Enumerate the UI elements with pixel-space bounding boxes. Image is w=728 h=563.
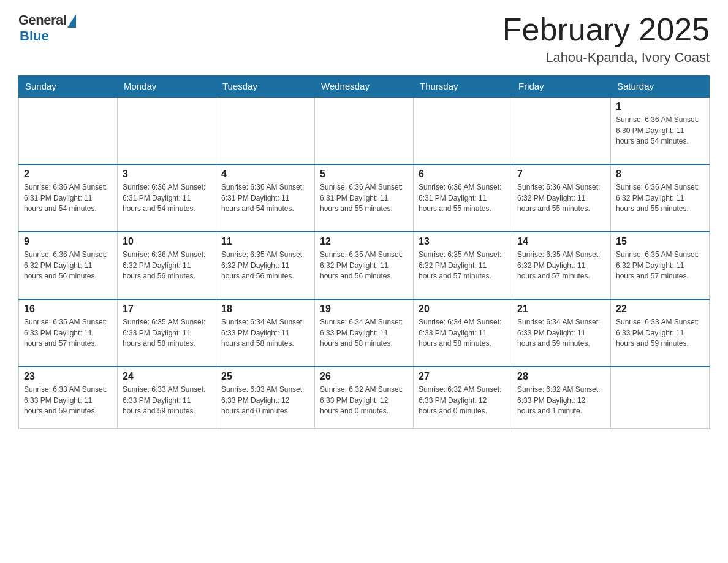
day-number: 19	[320, 304, 408, 315]
day-info: Sunrise: 6:33 AM Sunset: 6:33 PM Dayligh…	[123, 385, 211, 416]
day-info: Sunrise: 6:35 AM Sunset: 6:32 PM Dayligh…	[517, 250, 605, 282]
day-number: 5	[320, 169, 408, 180]
day-number: 7	[517, 169, 605, 180]
day-number: 2	[24, 169, 112, 180]
day-number: 14	[517, 236, 605, 247]
day-info: Sunrise: 6:33 AM Sunset: 6:33 PM Dayligh…	[24, 385, 112, 416]
title-block: February 2025 Lahou-Kpanda, Ivory Coast	[502, 12, 710, 66]
day-number: 15	[616, 236, 704, 247]
day-cell: 25Sunrise: 6:33 AM Sunset: 6:33 PM Dayli…	[216, 367, 315, 428]
day-number: 25	[221, 371, 309, 382]
day-info: Sunrise: 6:34 AM Sunset: 6:33 PM Dayligh…	[419, 317, 507, 349]
day-number: 12	[320, 236, 408, 247]
day-info: Sunrise: 6:35 AM Sunset: 6:33 PM Dayligh…	[24, 317, 112, 349]
day-info: Sunrise: 6:34 AM Sunset: 6:33 PM Dayligh…	[517, 317, 605, 349]
day-number: 16	[24, 304, 112, 315]
day-number: 6	[419, 169, 507, 180]
day-number: 10	[123, 236, 211, 247]
day-cell: 8Sunrise: 6:36 AM Sunset: 6:32 PM Daylig…	[611, 164, 710, 232]
day-number: 13	[419, 236, 507, 247]
day-cell: 5Sunrise: 6:36 AM Sunset: 6:31 PM Daylig…	[315, 164, 414, 232]
day-number: 1	[616, 101, 704, 112]
day-number: 28	[517, 371, 605, 382]
week-row-1: 1Sunrise: 6:36 AM Sunset: 6:30 PM Daylig…	[19, 97, 710, 164]
day-cell: 15Sunrise: 6:35 AM Sunset: 6:32 PM Dayli…	[611, 232, 710, 299]
day-info: Sunrise: 6:34 AM Sunset: 6:33 PM Dayligh…	[221, 317, 309, 349]
day-number: 21	[517, 304, 605, 315]
day-cell: 6Sunrise: 6:36 AM Sunset: 6:31 PM Daylig…	[414, 164, 512, 232]
col-header-wednesday: Wednesday	[315, 76, 414, 98]
day-cell: 26Sunrise: 6:32 AM Sunset: 6:33 PM Dayli…	[315, 367, 414, 428]
day-info: Sunrise: 6:32 AM Sunset: 6:33 PM Dayligh…	[320, 385, 408, 416]
day-number: 22	[616, 304, 704, 315]
day-cell: 13Sunrise: 6:35 AM Sunset: 6:32 PM Dayli…	[414, 232, 512, 299]
day-info: Sunrise: 6:36 AM Sunset: 6:31 PM Dayligh…	[419, 182, 507, 214]
col-header-friday: Friday	[512, 76, 611, 98]
day-cell	[19, 97, 118, 164]
day-info: Sunrise: 6:35 AM Sunset: 6:32 PM Dayligh…	[320, 250, 408, 282]
day-cell: 12Sunrise: 6:35 AM Sunset: 6:32 PM Dayli…	[315, 232, 414, 299]
week-row-2: 2Sunrise: 6:36 AM Sunset: 6:31 PM Daylig…	[19, 164, 710, 232]
week-row-4: 16Sunrise: 6:35 AM Sunset: 6:33 PM Dayli…	[19, 299, 710, 367]
day-cell: 2Sunrise: 6:36 AM Sunset: 6:31 PM Daylig…	[19, 164, 118, 232]
location-title: Lahou-Kpanda, Ivory Coast	[502, 50, 710, 66]
day-number: 4	[221, 169, 309, 180]
day-cell: 20Sunrise: 6:34 AM Sunset: 6:33 PM Dayli…	[414, 299, 512, 367]
month-title: February 2025	[502, 12, 710, 47]
day-cell	[611, 367, 710, 428]
day-cell: 1Sunrise: 6:36 AM Sunset: 6:30 PM Daylig…	[611, 97, 710, 164]
day-number: 27	[419, 371, 507, 382]
day-number: 23	[24, 371, 112, 382]
day-cell: 11Sunrise: 6:35 AM Sunset: 6:32 PM Dayli…	[216, 232, 315, 299]
day-info: Sunrise: 6:33 AM Sunset: 6:33 PM Dayligh…	[221, 385, 309, 416]
day-number: 11	[221, 236, 309, 247]
day-cell: 4Sunrise: 6:36 AM Sunset: 6:31 PM Daylig…	[216, 164, 315, 232]
day-info: Sunrise: 6:36 AM Sunset: 6:32 PM Dayligh…	[24, 250, 112, 282]
day-number: 26	[320, 371, 408, 382]
logo-triangle-icon	[67, 14, 76, 28]
day-info: Sunrise: 6:34 AM Sunset: 6:33 PM Dayligh…	[320, 317, 408, 349]
logo-blue-text: Blue	[20, 28, 49, 44]
week-row-3: 9Sunrise: 6:36 AM Sunset: 6:32 PM Daylig…	[19, 232, 710, 299]
day-number: 17	[123, 304, 211, 315]
day-info: Sunrise: 6:35 AM Sunset: 6:32 PM Dayligh…	[616, 250, 704, 282]
day-info: Sunrise: 6:36 AM Sunset: 6:31 PM Dayligh…	[123, 182, 211, 214]
day-info: Sunrise: 6:33 AM Sunset: 6:33 PM Dayligh…	[616, 317, 704, 349]
day-cell: 7Sunrise: 6:36 AM Sunset: 6:32 PM Daylig…	[512, 164, 611, 232]
day-cell: 28Sunrise: 6:32 AM Sunset: 6:33 PM Dayli…	[512, 367, 611, 428]
day-cell	[414, 97, 512, 164]
day-cell: 14Sunrise: 6:35 AM Sunset: 6:32 PM Dayli…	[512, 232, 611, 299]
day-number: 18	[221, 304, 309, 315]
day-cell: 23Sunrise: 6:33 AM Sunset: 6:33 PM Dayli…	[19, 367, 118, 428]
logo-general-text: General	[18, 12, 66, 28]
col-header-thursday: Thursday	[414, 76, 512, 98]
day-cell: 3Sunrise: 6:36 AM Sunset: 6:31 PM Daylig…	[118, 164, 216, 232]
col-header-saturday: Saturday	[611, 76, 710, 98]
col-header-monday: Monday	[118, 76, 216, 98]
day-number: 3	[123, 169, 211, 180]
day-cell: 16Sunrise: 6:35 AM Sunset: 6:33 PM Dayli…	[19, 299, 118, 367]
day-cell: 27Sunrise: 6:32 AM Sunset: 6:33 PM Dayli…	[414, 367, 512, 428]
col-header-tuesday: Tuesday	[216, 76, 315, 98]
calendar-table: SundayMondayTuesdayWednesdayThursdayFrid…	[18, 75, 710, 429]
day-cell: 24Sunrise: 6:33 AM Sunset: 6:33 PM Dayli…	[118, 367, 216, 428]
header-row: SundayMondayTuesdayWednesdayThursdayFrid…	[19, 76, 710, 98]
day-info: Sunrise: 6:36 AM Sunset: 6:32 PM Dayligh…	[123, 250, 211, 282]
day-info: Sunrise: 6:36 AM Sunset: 6:31 PM Dayligh…	[320, 182, 408, 214]
logo: General Blue	[18, 12, 76, 44]
day-cell: 19Sunrise: 6:34 AM Sunset: 6:33 PM Dayli…	[315, 299, 414, 367]
day-cell: 10Sunrise: 6:36 AM Sunset: 6:32 PM Dayli…	[118, 232, 216, 299]
day-info: Sunrise: 6:35 AM Sunset: 6:33 PM Dayligh…	[123, 317, 211, 349]
day-number: 9	[24, 236, 112, 247]
day-info: Sunrise: 6:32 AM Sunset: 6:33 PM Dayligh…	[517, 385, 605, 416]
page-header: General Blue February 2025 Lahou-Kpanda,…	[18, 12, 710, 66]
day-number: 8	[616, 169, 704, 180]
day-cell: 9Sunrise: 6:36 AM Sunset: 6:32 PM Daylig…	[19, 232, 118, 299]
day-cell: 21Sunrise: 6:34 AM Sunset: 6:33 PM Dayli…	[512, 299, 611, 367]
day-cell	[216, 97, 315, 164]
day-info: Sunrise: 6:35 AM Sunset: 6:32 PM Dayligh…	[221, 250, 309, 282]
day-number: 20	[419, 304, 507, 315]
day-info: Sunrise: 6:32 AM Sunset: 6:33 PM Dayligh…	[419, 385, 507, 416]
day-cell: 22Sunrise: 6:33 AM Sunset: 6:33 PM Dayli…	[611, 299, 710, 367]
day-cell: 18Sunrise: 6:34 AM Sunset: 6:33 PM Dayli…	[216, 299, 315, 367]
